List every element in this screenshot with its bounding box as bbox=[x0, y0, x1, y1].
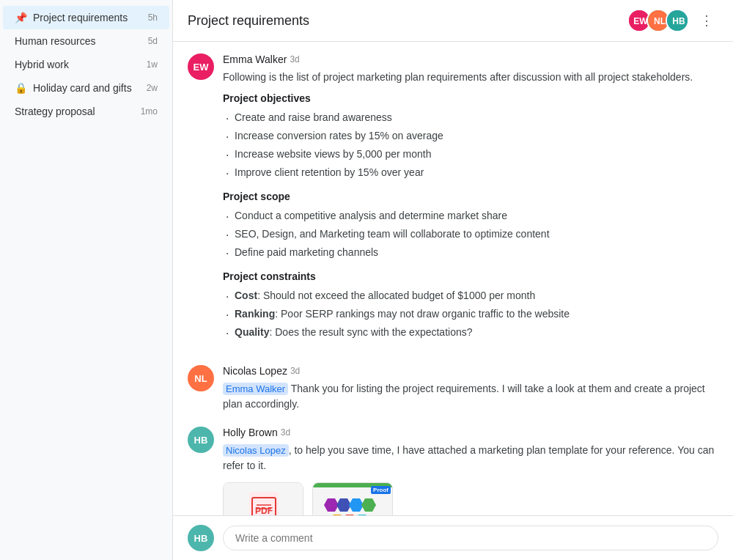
comment-header: Holly Brown 3d bbox=[223, 427, 718, 438]
list-item: Quality: Does the result sync with the e… bbox=[223, 323, 718, 342]
mention-tag: Nicolas Lopez bbox=[223, 444, 289, 457]
attachments-area: PDF Marketing-plan... Proof this file 2h bbox=[223, 482, 718, 515]
lock-icon: 🔒 bbox=[15, 82, 27, 94]
list-item: Improve client retention by 15% over yea… bbox=[223, 163, 718, 182]
list-item: Increase conversion rates by 15% on aver… bbox=[223, 127, 718, 145]
section-title: Project objectives bbox=[223, 92, 718, 104]
sidebar-item-project-requirements[interactable]: 📌 Project requirements 5h bbox=[3, 6, 169, 29]
constraint-text: : Poor SERP rankings may not draw organi… bbox=[275, 308, 570, 320]
list-item: Increase website views by 5,000 per mont… bbox=[223, 145, 718, 163]
bold-text: Ranking bbox=[235, 308, 275, 320]
section-title: Project scope bbox=[223, 191, 718, 202]
sidebar-item-time: 5h bbox=[148, 12, 158, 23]
project-objectives-section: Project objectives Create and raise bran… bbox=[223, 92, 718, 182]
list-item: Conduct a competitive analysis and deter… bbox=[223, 207, 718, 225]
comment-author: Holly Brown bbox=[223, 427, 278, 438]
avatar: HB bbox=[188, 427, 214, 453]
sidebar-item-time: 1mo bbox=[141, 106, 158, 117]
comment-time: 3d bbox=[290, 366, 300, 376]
main-content: Project requirements EW NL bbox=[173, 0, 733, 560]
list-item: Cost: Should not exceed the allocated bu… bbox=[223, 287, 718, 305]
sidebar-item-time: 5d bbox=[148, 36, 158, 46]
sidebar-item-label: Holiday card and gifts bbox=[33, 82, 138, 94]
scope-list: Conduct a competitive analysis and deter… bbox=[223, 207, 718, 262]
pin-icon: 📌 bbox=[15, 12, 27, 23]
sidebar-item-label: Human resources bbox=[15, 35, 139, 47]
comment: EW Emma Walker 3d Following is the list … bbox=[188, 54, 718, 350]
current-user-avatar: HB bbox=[188, 525, 214, 551]
svg-text:NL: NL bbox=[654, 16, 666, 26]
sidebar-item-label: Project requirements bbox=[33, 12, 139, 23]
more-options-button[interactable]: ⋮ bbox=[695, 9, 718, 32]
comment-body: Holly Brown 3d Nicolas Lopez, to help yo… bbox=[223, 427, 718, 515]
project-constraints-section: Project constraints Cost: Should not exc… bbox=[223, 270, 718, 342]
comment-time: 3d bbox=[290, 54, 299, 65]
comments-area: EW Emma Walker 3d Following is the list … bbox=[173, 42, 733, 515]
svg-marker-16 bbox=[342, 515, 357, 516]
constraint-text: : Should not exceed the allocated budget… bbox=[257, 290, 535, 301]
project-scope-section: Project scope Conduct a competitive anal… bbox=[223, 191, 718, 262]
comment-rest: , to help you save time, I have attached… bbox=[223, 444, 714, 471]
comment: NL Nicolas Lopez 3d Emma Walker Thank yo… bbox=[188, 365, 718, 412]
svg-marker-17 bbox=[355, 515, 369, 516]
attachment-card[interactable]: PDF Marketing-plan... Proof this file 2h bbox=[223, 482, 303, 515]
comment-intro: Following is the list of project marketi… bbox=[223, 70, 718, 85]
avatar-img-3: HB bbox=[667, 9, 688, 32]
comment-input-area: HB bbox=[173, 515, 733, 560]
page-title: Project requirements bbox=[188, 13, 309, 29]
sidebar-item-label: Strategy proposal bbox=[15, 106, 132, 117]
svg-text:PDF: PDF bbox=[255, 506, 273, 515]
list-item: Ranking: Poor SERP rankings may not draw… bbox=[223, 305, 718, 323]
sidebar-item-hybrid-work[interactable]: Hybrid work 1w bbox=[3, 53, 169, 76]
header-right: EW NL HB ⋮ bbox=[627, 9, 718, 32]
comment-header: Emma Walker 3d bbox=[223, 54, 718, 65]
sidebar-item-holiday-card-gifts[interactable]: 🔒 Holiday card and gifts 2w bbox=[3, 76, 169, 100]
comment-text: Emma Walker Thank you for listing the pr… bbox=[223, 381, 718, 412]
sidebar-item-label: Hybrid work bbox=[15, 59, 138, 70]
comment-rest: Thank you for listing the project requir… bbox=[223, 383, 705, 410]
comment-time: 3d bbox=[281, 427, 290, 438]
pdf-icon: PDF bbox=[249, 492, 279, 515]
mention-tag: Emma Walker bbox=[223, 383, 288, 395]
sidebar: 📌 Project requirements 5h Human resource… bbox=[0, 0, 173, 560]
attachment-preview: Proof bbox=[313, 483, 393, 515]
avatar: EW bbox=[188, 54, 214, 80]
avatars-group: EW NL HB bbox=[627, 9, 689, 32]
attachment-card[interactable]: Proof Marketing-stra... Proof this file … bbox=[312, 482, 393, 515]
comment-header: Nicolas Lopez 3d bbox=[223, 365, 718, 377]
proof-logo: Proof bbox=[371, 486, 391, 494]
comment-input[interactable] bbox=[223, 526, 718, 550]
svg-marker-14 bbox=[361, 498, 376, 512]
comment-body: Nicolas Lopez 3d Emma Walker Thank you f… bbox=[223, 365, 718, 412]
comment-text: Nicolas Lopez, to help you save time, I … bbox=[223, 443, 718, 474]
comment: HB Holly Brown 3d Nicolas Lopez, to help… bbox=[188, 427, 718, 515]
bold-text: Cost bbox=[235, 290, 257, 301]
comment-author: Nicolas Lopez bbox=[223, 365, 287, 377]
list-item: Create and raise brand awareness bbox=[223, 108, 718, 127]
objectives-list: Create and raise brand awareness Increas… bbox=[223, 108, 718, 182]
svg-marker-15 bbox=[330, 515, 345, 516]
list-item: SEO, Design, and Marketing team will col… bbox=[223, 225, 718, 243]
sidebar-item-time: 1w bbox=[147, 59, 158, 70]
sidebar-item-human-resources[interactable]: Human resources 5d bbox=[3, 29, 169, 53]
bold-text: Quality bbox=[235, 326, 269, 338]
pdf-svg: PDF bbox=[249, 492, 279, 515]
avatar: NL bbox=[188, 365, 214, 391]
comment-author: Emma Walker bbox=[223, 54, 287, 65]
comment-body: Emma Walker 3d Following is the list of … bbox=[223, 54, 718, 350]
attachment-preview: PDF bbox=[224, 483, 303, 515]
constraints-list: Cost: Should not exceed the allocated bu… bbox=[223, 287, 718, 342]
constraint-text: : Does the result sync with the expectat… bbox=[269, 326, 472, 338]
list-item: Define paid marketing channels bbox=[223, 243, 718, 262]
sidebar-item-strategy-proposal[interactable]: Strategy proposal 1mo bbox=[3, 100, 169, 123]
page-header: Project requirements EW NL bbox=[173, 0, 733, 42]
svg-text:HB: HB bbox=[672, 16, 685, 26]
avatar: HB bbox=[666, 9, 689, 32]
hexagons-svg bbox=[320, 495, 386, 516]
sidebar-item-time: 2w bbox=[147, 83, 158, 93]
section-title: Project constraints bbox=[223, 270, 718, 282]
